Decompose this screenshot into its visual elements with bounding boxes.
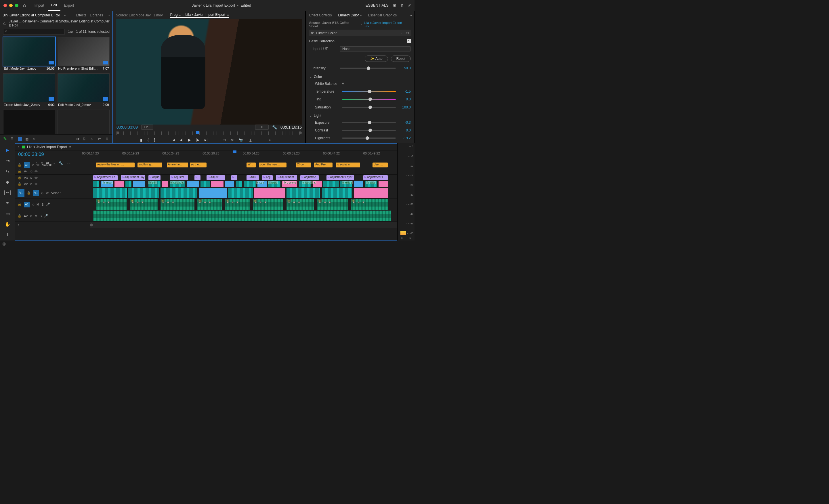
audio-clip[interactable]: fx <box>351 199 388 210</box>
track-patch-icon[interactable]: ◇ <box>30 176 32 180</box>
mute-button[interactable]: M <box>35 214 37 218</box>
comparison-view-icon[interactable]: ◫ <box>249 138 252 142</box>
track-select-tool-icon[interactable]: ⇥ <box>6 158 9 164</box>
video-clip[interactable] <box>379 181 388 187</box>
tint-slider[interactable] <box>342 99 396 100</box>
rectangle-tool-icon[interactable]: ▭ <box>5 211 10 216</box>
lock-icon[interactable]: 🔒 <box>17 182 22 186</box>
eye-icon[interactable]: 👁 <box>35 182 38 186</box>
adjustment-clip[interactable]: fx <box>231 175 237 180</box>
add-marker-icon[interactable]: ▮ <box>140 138 142 142</box>
workspace-selector[interactable]: ESSENTIALS <box>366 3 389 7</box>
list-view-icon[interactable]: ☰ <box>10 137 14 141</box>
freeform-view-icon[interactable]: ▦ <box>25 137 29 141</box>
zoom-handle-icon[interactable] <box>90 223 93 226</box>
video-clip[interactable] <box>228 188 253 198</box>
icon-view-icon[interactable] <box>18 137 22 141</box>
adjustment-clip[interactable]: fxAdju <box>262 175 273 180</box>
caption-clip[interactable]: to social m… <box>336 163 360 168</box>
audio-clip[interactable]: fx <box>253 199 284 210</box>
eye-icon[interactable]: 👁 <box>37 164 40 167</box>
pen-icon[interactable]: ✎ <box>3 136 7 142</box>
clip-item[interactable]: No Premiere in Shot Editi…7:07 <box>58 37 110 71</box>
adjustment-clip[interactable]: fxAdjustm <box>170 175 188 180</box>
creative-cloud-icon[interactable]: ◎ <box>2 241 6 246</box>
home-icon[interactable]: ⌂ <box>23 3 26 8</box>
effect-name[interactable]: Lumetri Color <box>316 31 399 35</box>
program-monitor-tab[interactable]: Program: Lila x Javier Import Export ≡ <box>170 13 229 18</box>
eyedropper-icon[interactable]: 𐃉 <box>342 82 344 86</box>
v4-track[interactable] <box>90 168 397 175</box>
captions-icon[interactable]: CC <box>66 161 71 165</box>
zoom-slider-icon[interactable]: ○ <box>33 137 37 141</box>
panel-menu-icon[interactable]: ≡ <box>69 145 71 149</box>
lock-icon[interactable]: 🔒 <box>27 191 31 195</box>
wrench-icon[interactable]: 🔧 <box>272 125 277 130</box>
clip-thumbnail[interactable] <box>3 37 55 66</box>
video-clip[interactable] <box>160 188 197 198</box>
program-timecode[interactable]: 00:00:33:09 <box>116 125 138 130</box>
razor-tool-icon[interactable]: ◆ <box>6 179 9 185</box>
highlights-slider[interactable] <box>342 138 396 139</box>
lock-icon[interactable]: 🔒 <box>17 214 22 218</box>
ripple-edit-tool-icon[interactable]: ⇆ <box>6 169 9 174</box>
playhead-icon[interactable] <box>196 131 199 134</box>
clip-thumbnail[interactable] <box>58 73 110 102</box>
clip-thumbnail[interactable] <box>3 110 55 134</box>
overflow-icon[interactable]: » <box>410 13 412 17</box>
track-patch-icon[interactable]: ◇ <box>41 191 43 195</box>
close-window-icon[interactable] <box>3 4 7 7</box>
panel-menu-icon[interactable]: ≡ <box>227 13 229 16</box>
caption-clip[interactable]: W… <box>247 163 256 168</box>
caption-clip[interactable]: open the new… <box>259 163 287 168</box>
mode-tab-edit[interactable]: Edit <box>48 0 61 11</box>
saturation-slider[interactable] <box>342 107 396 108</box>
track-label[interactable]: A2 <box>24 214 28 218</box>
breadcrumb[interactable]: Javier …ge\Javier - Commercial Shots\Jav… <box>9 19 110 27</box>
video-clip[interactable] <box>114 181 124 187</box>
track-patch-icon[interactable]: ◇ <box>32 203 34 206</box>
video-clip[interactable] <box>199 188 227 198</box>
hand-tool-icon[interactable]: ✋ <box>5 221 10 227</box>
effect-dropdown-icon[interactable]: ⌄ <box>401 31 404 35</box>
section-basic-correction[interactable]: Basic Correction <box>309 39 334 43</box>
exposure-slider[interactable] <box>342 122 396 123</box>
caption-clip[interactable]: review the files on … <box>96 163 134 168</box>
disclosure-icon[interactable]: ⌄ <box>309 114 312 118</box>
mute-button[interactable]: M <box>37 203 39 206</box>
video-clip[interactable] <box>244 181 256 187</box>
track-label[interactable]: V4 <box>24 170 28 173</box>
track-target[interactable]: A1 <box>24 202 30 207</box>
fullscreen-icon[interactable]: ⤢ <box>408 3 411 7</box>
scrub-end-icon[interactable] <box>299 132 302 134</box>
auto-button[interactable]: ✨ Auto <box>365 56 388 62</box>
linked-selection-icon[interactable]: ⇄ <box>46 161 49 165</box>
video-clip[interactable] <box>354 181 363 187</box>
saturation-value[interactable]: 100.0 <box>398 105 411 109</box>
adjustment-clip[interactable]: fxAdju <box>247 175 259 180</box>
audio-clip[interactable]: fx <box>287 199 314 210</box>
solo-right[interactable]: S <box>409 237 411 239</box>
clip-item[interactable] <box>58 110 110 134</box>
lock-icon[interactable]: 🔒 <box>17 203 22 206</box>
a1-track[interactable]: fxfxfxfxfxfxfxfxfx <box>90 199 397 210</box>
clip-item[interactable]: Export Mode Javi_2.mov6:02 <box>3 73 55 107</box>
caption-clip[interactable]: Choo… <box>296 163 311 168</box>
adjustment-clip[interactable]: fxAdjustment L <box>276 175 297 180</box>
go-to-out-icon[interactable]: ▸| <box>205 138 208 142</box>
v1-track[interactable] <box>90 187 397 199</box>
exposure-value[interactable]: -0.3 <box>398 120 411 124</box>
video-clip[interactable] <box>323 181 338 187</box>
temperature-value[interactable]: -1.5 <box>398 89 411 94</box>
video-clip[interactable] <box>128 188 159 198</box>
video-clip[interactable] <box>354 188 388 198</box>
minimize-window-icon[interactable] <box>9 4 13 7</box>
go-to-in-icon[interactable]: |◂ <box>172 138 175 142</box>
zoom-selector[interactable]: Full <box>255 124 269 130</box>
solo-left[interactable]: S <box>401 237 403 239</box>
marker-icon[interactable]: ⚐ <box>52 161 56 165</box>
audio-clip[interactable]: fx <box>197 199 222 210</box>
video-clip[interactable] <box>236 181 242 187</box>
a2-track[interactable] <box>90 210 397 222</box>
audio-clip[interactable] <box>93 211 391 221</box>
